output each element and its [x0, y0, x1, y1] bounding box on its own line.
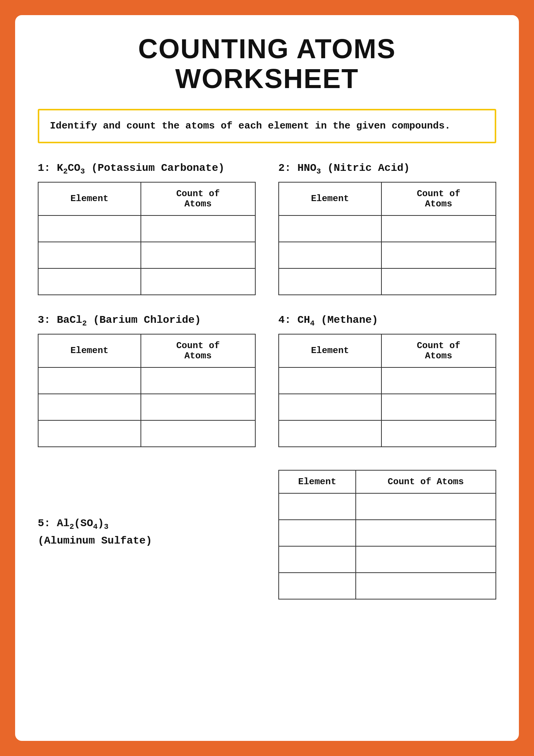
compound-2-label: 2: HNO3 (Nitric Acid)	[278, 162, 496, 176]
compounds-grid: 1: K2CO3 (Potassium Carbonate) Element C…	[38, 162, 496, 447]
compound-5-table: Element Count of Atoms	[278, 470, 496, 600]
compound-3-label: 3: BaCl2 (Barium Chloride)	[38, 314, 256, 328]
col-element-header: Element	[279, 334, 381, 367]
table-row	[279, 268, 496, 295]
instruction-box: Identify and count the atoms of each ele…	[38, 109, 496, 143]
instruction-text: Identify and count the atoms of each ele…	[50, 119, 484, 133]
table-row	[279, 394, 496, 420]
col-element-header: Element	[279, 182, 381, 215]
table-row	[279, 493, 496, 520]
table-row	[38, 215, 255, 242]
col-element-header: Element	[38, 334, 141, 367]
col-count-header: Count of Atoms	[356, 470, 496, 493]
table-row	[279, 573, 496, 599]
compound-4-section: 4: CH4 (Methane) Element Count ofAtoms	[278, 314, 496, 447]
compound-5-label-col: 5: Al2(SO4)3(Aluminum Sulfate)	[38, 470, 256, 550]
table-row	[38, 242, 255, 268]
col-count-header: Count ofAtoms	[141, 182, 255, 215]
compound-4-table: Element Count ofAtoms	[278, 334, 496, 447]
white-card: COUNTING ATOMS WORKSHEET Identify and co…	[15, 15, 519, 741]
compound-1-label: 1: K2CO3 (Potassium Carbonate)	[38, 162, 256, 176]
compound-1-table: Element Count ofAtoms	[38, 182, 256, 295]
compound-3-section: 3: BaCl2 (Barium Chloride) Element Count…	[38, 314, 256, 447]
compound-5-label: 5: Al2(SO4)3(Aluminum Sulfate)	[38, 515, 256, 550]
page-container: COUNTING ATOMS WORKSHEET Identify and co…	[0, 0, 534, 756]
table-row	[279, 420, 496, 447]
table-row	[279, 215, 496, 242]
table-row	[279, 520, 496, 546]
table-row	[38, 420, 255, 447]
compound-3-table: Element Count ofAtoms	[38, 334, 256, 447]
compound-1-section: 1: K2CO3 (Potassium Carbonate) Element C…	[38, 162, 256, 295]
col-count-header: Count ofAtoms	[381, 182, 496, 215]
col-count-header: Count ofAtoms	[141, 334, 255, 367]
table-row	[279, 546, 496, 573]
table-row	[279, 367, 496, 394]
main-title: COUNTING ATOMS WORKSHEET	[38, 34, 496, 94]
compound-2-table: Element Count ofAtoms	[278, 182, 496, 295]
col-element-header: Element	[38, 182, 141, 215]
compound-2-section: 2: HNO3 (Nitric Acid) Element Count ofAt…	[278, 162, 496, 295]
table-row	[279, 242, 496, 268]
compound-5-table-col: Element Count of Atoms	[278, 470, 496, 600]
table-row	[38, 394, 255, 420]
col-element-header: Element	[279, 470, 356, 493]
table-row	[38, 268, 255, 295]
compound-4-label: 4: CH4 (Methane)	[278, 314, 496, 328]
title-line1: COUNTING ATOMS	[138, 34, 396, 64]
table-row	[38, 367, 255, 394]
col-count-header: Count ofAtoms	[381, 334, 496, 367]
title-line2: WORKSHEET	[175, 64, 359, 94]
compound-5-section: 5: Al2(SO4)3(Aluminum Sulfate) Element C…	[38, 470, 496, 600]
